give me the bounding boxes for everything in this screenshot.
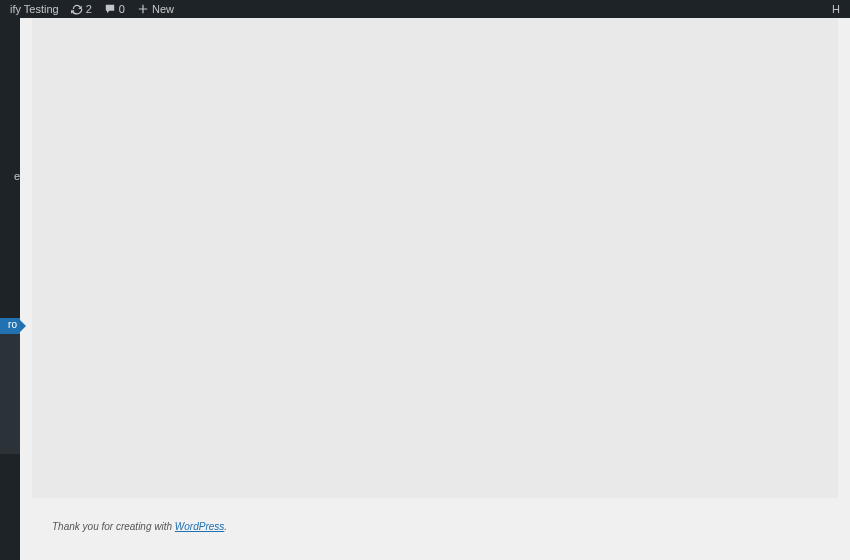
main-content-area: Thank you for creating with WordPress.: [20, 18, 850, 560]
sidebar-active-label: ro: [8, 319, 17, 330]
new-label: New: [152, 3, 174, 15]
footer-suffix: .: [224, 521, 227, 532]
site-name-link[interactable]: ify Testing: [4, 3, 65, 15]
comment-icon: [104, 3, 116, 15]
site-name-text: ify Testing: [10, 3, 59, 15]
comments-count: 0: [119, 3, 125, 15]
sidebar-collapse[interactable]: [0, 454, 20, 478]
new-content-link[interactable]: New: [131, 3, 180, 15]
updates-icon: [71, 3, 83, 15]
wordpress-link[interactable]: WordPress: [175, 521, 224, 532]
page-content: [32, 18, 838, 498]
sidebar-item-fragment[interactable]: e: [14, 170, 20, 182]
plus-icon: [137, 3, 149, 15]
sidebar-active-item[interactable]: ro: [0, 318, 20, 334]
updates-link[interactable]: 2: [65, 3, 98, 15]
account-text: H: [832, 3, 840, 15]
admin-footer: Thank you for creating with WordPress.: [52, 521, 227, 532]
sidebar-submenu: [0, 334, 20, 454]
comments-link[interactable]: 0: [98, 3, 131, 15]
updates-count: 2: [86, 3, 92, 15]
admin-toolbar: ify Testing 2 0 New H: [0, 0, 850, 18]
account-link[interactable]: H: [826, 3, 846, 15]
admin-sidebar: e ro: [0, 18, 20, 560]
footer-prefix: Thank you for creating with: [52, 521, 175, 532]
